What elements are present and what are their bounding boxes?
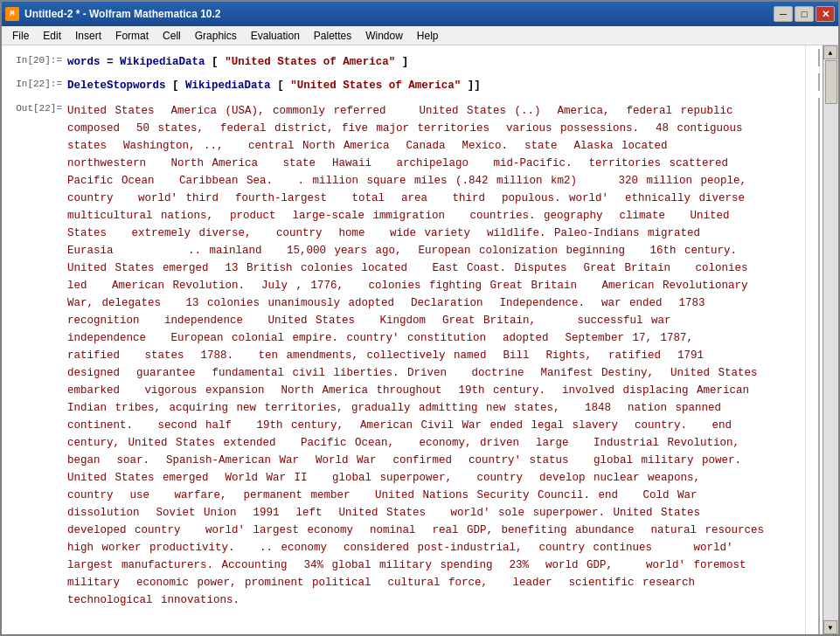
- menu-palettes[interactable]: Palettes: [307, 28, 358, 44]
- maximize-button[interactable]: □: [795, 6, 814, 22]
- title-bar: M Untitled-2 * - Wolfram Mathematica 10.…: [2, 2, 838, 26]
- cell-code-in22[interactable]: DeleteStopwords [ WikipediaData [ "Unite…: [67, 78, 805, 94]
- menu-evaluation[interactable]: Evaluation: [244, 28, 307, 44]
- main-window: M Untitled-2 * - Wolfram Mathematica 10.…: [0, 0, 840, 636]
- window-title: Untitled-2 * - Wolfram Mathematica 10.2: [24, 8, 774, 20]
- cell-in22: In[22]:= DeleteStopwords [ WikipediaData…: [2, 76, 805, 96]
- notebook-content[interactable]: In[20]:= words = WikipediaData [ "United…: [2, 45, 805, 634]
- menu-cell[interactable]: Cell: [156, 28, 188, 44]
- cell-output-out22: United States America (USA), commonly re…: [67, 102, 805, 609]
- menu-format[interactable]: Format: [108, 28, 156, 44]
- scroll-track[interactable]: [823, 59, 838, 620]
- cell-label-in20: In[20]:=: [2, 54, 67, 66]
- cell-label-out22: Out[22]=: [2, 102, 67, 114]
- scroll-up-button[interactable]: ▲: [823, 45, 837, 59]
- window-controls: ─ □ ✕: [774, 6, 835, 22]
- scrollbar[interactable]: ▲ ▼: [823, 45, 838, 634]
- close-button[interactable]: ✕: [816, 6, 835, 22]
- content-area: In[20]:= words = WikipediaData [ "United…: [2, 45, 838, 634]
- scroll-thumb[interactable]: [825, 60, 837, 104]
- menu-insert[interactable]: Insert: [68, 28, 108, 44]
- bracket-gap2: [806, 91, 823, 98]
- menu-bar: File Edit Insert Format Cell Graphics Ev…: [2, 26, 838, 45]
- scroll-down-button[interactable]: ▼: [823, 620, 837, 634]
- menu-window[interactable]: Window: [358, 28, 410, 44]
- cell-brackets: [805, 45, 823, 634]
- menu-help[interactable]: Help: [410, 28, 446, 44]
- menu-file[interactable]: File: [5, 28, 36, 44]
- menu-graphics[interactable]: Graphics: [188, 28, 244, 44]
- cell-out22: Out[22]= United States America (USA), co…: [2, 100, 805, 611]
- bracket-gap1: [806, 66, 823, 73]
- menu-edit[interactable]: Edit: [36, 28, 68, 44]
- minimize-button[interactable]: ─: [774, 6, 793, 22]
- cell-code-in20[interactable]: words = WikipediaData [ "United States o…: [67, 54, 805, 71]
- app-icon: M: [5, 7, 19, 21]
- cell-label-in22: In[22]:=: [2, 78, 67, 89]
- cell-in20: In[20]:= words = WikipediaData [ "United…: [2, 52, 805, 73]
